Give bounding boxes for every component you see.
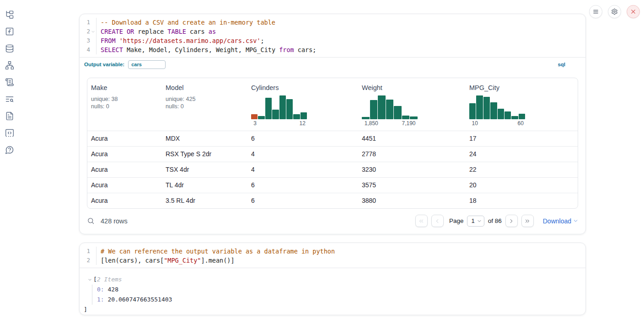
table-row[interactable]: AcuraRSX Type S 2dr4277824	[87, 146, 578, 162]
histogram-bar	[301, 112, 307, 119]
code-text: # We can reference the output variable a…	[96, 247, 335, 256]
table-row[interactable]: AcuraTL 4dr6357520	[87, 177, 578, 193]
histogram-bar	[386, 100, 394, 119]
code-token: SELECT	[101, 46, 123, 53]
column-header-weight[interactable]: Weight1,8507,190	[358, 78, 466, 131]
chevron-down-icon	[477, 219, 482, 223]
histogram-bar	[251, 114, 258, 119]
histogram-bar	[490, 102, 497, 119]
histogram-bar	[272, 110, 279, 119]
prev-page-button[interactable]	[431, 215, 444, 227]
table-cell: Acura	[87, 147, 162, 162]
table-row[interactable]: AcuraTSX 4dr4323022	[87, 162, 578, 177]
network-icon[interactable]	[5, 61, 14, 70]
column-histogram: 1060	[469, 95, 525, 128]
table-row[interactable]: Acura3.5 RL 4dr6388018	[87, 193, 578, 208]
table-row[interactable]: AcuraMDX6445117	[87, 131, 578, 146]
fold-chevron-icon[interactable]	[90, 27, 96, 36]
text-search-icon[interactable]	[5, 95, 14, 104]
message-circle-question-icon[interactable]	[5, 145, 14, 154]
output-variable-input[interactable]	[128, 60, 166, 69]
histogram-bar	[258, 116, 264, 119]
code-line[interactable]: 3FROM 'https://datasets.marimo.app/cars.…	[83, 36, 585, 45]
column-header-mpg_city[interactable]: MPG_City1060	[466, 78, 578, 131]
code-token: as	[209, 28, 216, 35]
column-name[interactable]: Cylinders	[251, 84, 354, 91]
tree-close-bracket: ]	[83, 305, 578, 315]
python-code-editor[interactable]: 1# We can reference the output variable …	[80, 243, 585, 268]
activity-sidebar	[0, 10, 19, 154]
settings-button[interactable]	[608, 5, 621, 18]
result-table: Makeunique: 38nulls: 0Modelunique: 425nu…	[87, 78, 578, 209]
output-variable-row: Output variable: sql	[80, 58, 585, 71]
code-line[interactable]: 2CREATE OR replace TABLE cars as	[83, 27, 585, 36]
column-header-cylinders[interactable]: Cylinders312	[247, 78, 358, 131]
histogram-bar	[370, 100, 378, 119]
table-cell: Acura	[87, 193, 162, 208]
page-total: of 86	[488, 217, 502, 224]
notebook-menu-button[interactable]	[589, 5, 602, 18]
x-icon	[630, 8, 637, 15]
page-select-value: 1	[471, 217, 474, 224]
scroll-text-icon[interactable]	[5, 78, 14, 87]
column-header-make[interactable]: Makeunique: 38nulls: 0	[87, 78, 162, 131]
tree-entries: 0: 4281: 20.060747663551403	[92, 285, 578, 305]
column-name[interactable]: Weight	[362, 84, 462, 91]
last-page-button[interactable]	[521, 215, 534, 227]
histogram-axis-label: 60	[518, 120, 524, 127]
function-square-icon[interactable]	[5, 27, 14, 36]
table-cell: 4451	[358, 131, 466, 146]
column-name[interactable]: MPG_City	[469, 84, 574, 91]
code-token	[116, 37, 119, 44]
chevrons-right-icon	[524, 218, 531, 224]
code-token: FROM	[101, 37, 116, 44]
histogram-bar	[286, 99, 293, 119]
tree-open-bracket: [	[93, 275, 97, 285]
code-line[interactable]: 2[len(cars), cars["MPG_City"].mean()]	[83, 256, 585, 265]
download-button[interactable]: Download	[543, 217, 578, 225]
code-line[interactable]: 1# We can reference the output variable …	[83, 247, 585, 256]
table-cell: 18	[466, 193, 578, 208]
line-number: 3	[83, 36, 90, 45]
square-dashed-bottom-code-icon[interactable]	[5, 128, 14, 137]
database-icon[interactable]	[5, 44, 14, 53]
sql-code-editor[interactable]: 1-- Download a CSV and create an in-memo…	[80, 14, 585, 57]
next-page-button[interactable]	[505, 215, 518, 227]
histogram-bar	[498, 109, 504, 119]
histogram-bar	[265, 98, 272, 119]
histogram-axis-label: 7,190	[402, 120, 415, 127]
code-token: 'https://datasets.marimo.app/cars.csv'	[119, 37, 261, 44]
chevron-down-icon[interactable]	[88, 278, 92, 282]
chevron-left-icon	[434, 218, 440, 224]
search-icon[interactable]	[87, 217, 95, 225]
column-name[interactable]: Model	[166, 84, 244, 91]
first-page-button[interactable]	[415, 215, 428, 227]
table-cell: 22	[466, 162, 578, 177]
file-text-icon[interactable]	[5, 111, 14, 121]
table-cell: 3575	[358, 178, 466, 193]
histogram-bar	[483, 97, 490, 119]
table-cell: 3230	[358, 162, 466, 177]
code-text: -- Download a CSV and create an in-memor…	[96, 18, 275, 27]
tree-entry-key: 1:	[97, 296, 104, 303]
code-line[interactable]: 1-- Download a CSV and create an in-memo…	[83, 18, 585, 27]
code-token: TABLE	[167, 28, 186, 35]
table-cell: 6	[247, 178, 358, 193]
notebook-actions	[589, 5, 640, 18]
histogram-bar	[410, 116, 418, 119]
code-line[interactable]: 4SELECT Make, Model, Cylinders, Weight, …	[83, 45, 585, 54]
column-name[interactable]: Make	[91, 84, 158, 91]
table-footer: 428 rows Page 1 of 86 Download	[80, 209, 585, 234]
language-badge[interactable]: sql	[558, 62, 565, 67]
column-header-model[interactable]: Modelunique: 425nulls: 0	[162, 78, 247, 131]
table-cell: 17	[466, 131, 578, 146]
histogram-axis-label: 1,850	[365, 120, 378, 127]
chevron-right-icon	[508, 218, 515, 224]
shutdown-button[interactable]	[627, 5, 640, 18]
column-histogram: 312	[251, 95, 307, 128]
page-select[interactable]: 1	[467, 216, 484, 227]
table-cell: TSX 4dr	[162, 162, 247, 177]
code-token: ].mean()]	[201, 257, 234, 264]
table-cell: 3.5 RL 4dr	[162, 193, 247, 208]
file-tree-icon[interactable]	[5, 10, 14, 19]
